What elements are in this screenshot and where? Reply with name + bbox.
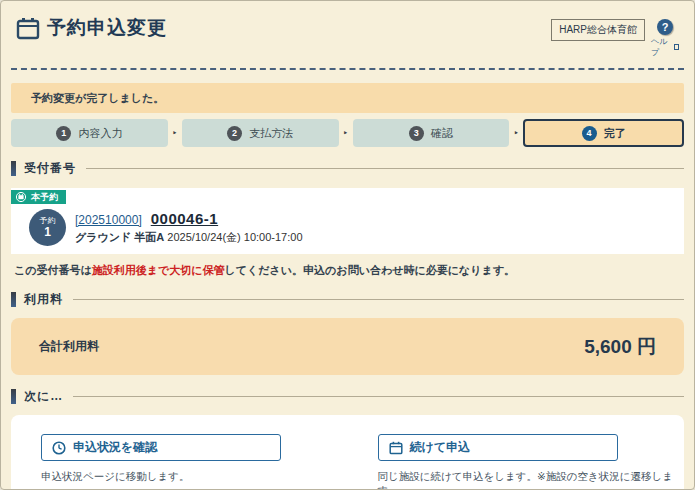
page-title: 予約申込変更 <box>47 15 167 41</box>
step-indicator: 1 内容入力 ‣ 2 支払方法 ‣ 3 確認 ‣ 4 完了 <box>11 119 684 147</box>
continue-apply-button[interactable]: 続けて申込 <box>378 434 618 461</box>
section-bar-icon <box>11 161 16 176</box>
step-separator-icon: ‣ <box>168 128 182 138</box>
fee-section-title: 利用料 <box>24 291 63 308</box>
reservation-number-circle: 予約 1 <box>29 209 66 246</box>
step-3-number-icon: 3 <box>409 126 424 141</box>
receipt-number-link[interactable]: 000046-1 <box>151 210 218 227</box>
fee-section-header: 利用料 <box>11 291 684 308</box>
clock-icon <box>52 441 66 455</box>
step-3-confirm: 3 確認 <box>353 119 510 147</box>
receipt-section-header: 受付番号 <box>11 160 684 177</box>
total-fee-value: 5,600 円 <box>584 334 656 360</box>
step-4-complete-active: 4 完了 <box>523 119 684 147</box>
step-separator-icon: ‣ <box>339 128 353 138</box>
total-fee-label: 合計利用料 <box>39 338 99 355</box>
next-section-title: 次に… <box>24 388 63 405</box>
note-keep-warning: 施設利用後まで大切に保管 <box>92 264 225 276</box>
step-3-label: 確認 <box>431 126 453 141</box>
total-fee-box: 合計利用料 5,600 円 <box>11 318 684 375</box>
badge-calendar-icon <box>16 192 26 202</box>
reservation-datetime: 2025/10/24(金) 10:00-17:00 <box>167 231 302 243</box>
section-rule <box>86 168 684 169</box>
step-1-label: 内容入力 <box>78 126 122 141</box>
reservation-change-page: 予約申込変更 HARP総合体育館 ? ヘルプ 予約変更が完了しました。 1 内容… <box>0 0 695 490</box>
continue-apply-label: 続けて申込 <box>410 439 471 456</box>
reservation-card: 本予約 予約 1 [202510000] 000046-1 グラウンド 半面A … <box>11 188 684 254</box>
next-actions-panel: 申込状況を確認 申込状況ページに移動します。 続けて申込 同じ施設に続けて申込を… <box>11 415 684 490</box>
page-header: 予約申込変更 HARP総合体育館 ? ヘルプ <box>11 13 684 70</box>
period-number-link[interactable]: [202510000] <box>75 213 142 227</box>
facility-name-chip: HARP総合体育館 <box>551 19 645 41</box>
step-1-content-input: 1 内容入力 <box>11 119 168 147</box>
step-2-payment-method: 2 支払方法 <box>182 119 339 147</box>
check-status-label: 申込状況を確認 <box>73 439 157 456</box>
section-bar-icon <box>11 389 16 404</box>
external-link-icon <box>674 44 680 50</box>
section-bar-icon <box>11 292 16 307</box>
next-section-header: 次に… <box>11 388 684 405</box>
receipt-section-title: 受付番号 <box>24 160 76 177</box>
step-separator-icon: ‣ <box>509 128 523 138</box>
calendar-icon <box>389 441 403 455</box>
facility-detail: グラウンド 半面A <box>75 231 164 243</box>
calendar-icon <box>16 17 40 40</box>
step-2-label: 支払方法 <box>249 126 293 141</box>
continue-apply-description: 同じ施設に続けて申込をします。※施設の空き状況に遷移します。 <box>378 470 685 490</box>
step-1-number-icon: 1 <box>56 126 71 141</box>
help-question-icon[interactable]: ? <box>657 19 673 35</box>
receipt-note: この受付番号は施設利用後まで大切に保管してください。申込のお問い合わせ時に必要に… <box>11 263 684 278</box>
help-link[interactable]: ? ヘルプ <box>651 19 679 58</box>
main-reservation-badge: 本予約 <box>11 190 66 204</box>
step-4-number-icon: 4 <box>582 126 597 141</box>
badge-label: 本予約 <box>31 191 58 204</box>
step-4-label: 完了 <box>604 126 626 141</box>
check-status-description: 申込状況ページに移動します。 <box>41 470 348 484</box>
help-label[interactable]: ヘルプ <box>651 36 673 58</box>
section-rule <box>73 396 684 397</box>
check-status-button[interactable]: 申込状況を確認 <box>41 434 281 461</box>
section-rule <box>73 299 684 300</box>
success-alert: 予約変更が完了しました。 <box>11 83 684 113</box>
step-2-number-icon: 2 <box>227 126 242 141</box>
